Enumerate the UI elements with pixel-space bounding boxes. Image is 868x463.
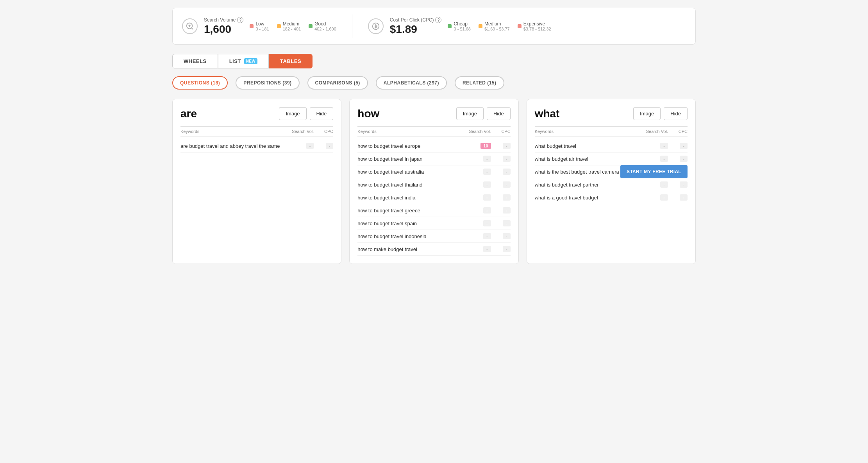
legend-low-dot: [250, 24, 254, 28]
search-volume-legend: Low 0 - 181 Medium 182 - 401 Good 402: [250, 21, 336, 31]
keyword-row-what-2: what is the best budget travel camera - …: [535, 165, 688, 178]
cards-grid: are Image Hide Keywords Search Vol. CPC …: [172, 99, 696, 264]
card-how: how Image Hide Keywords Search Vol. CPC …: [349, 99, 518, 264]
legend-expensive: Expensive $3.78 - $12.32: [518, 21, 551, 31]
keyword-text-are-0: are budget travel and abbey travel the s…: [180, 143, 282, 149]
legend-medium-cpc-label: Medium: [484, 21, 510, 27]
keyword-vol-what-4: -: [637, 194, 668, 201]
filter-alphabeticals[interactable]: ALPHABETICALS (297): [376, 76, 447, 90]
keyword-row-are-0: are budget travel and abbey travel the s…: [180, 140, 333, 153]
cpc-block: Cost Per Click (CPC) ? $1.89 Cheap 0 - $…: [368, 17, 551, 36]
start-trial-button[interactable]: START MY FREE TRIAL: [620, 165, 688, 178]
cpc-value: $1.89: [390, 23, 442, 36]
tab-tables[interactable]: TABLES: [269, 54, 313, 68]
keyword-vol-how-4: -: [460, 194, 491, 201]
keyword-vol-how-0: 10: [460, 143, 491, 149]
keyword-cpc-how-5: -: [491, 207, 511, 214]
keyword-vol-what-3: -: [637, 181, 668, 188]
card-how-hide-btn[interactable]: Hide: [487, 107, 511, 120]
keyword-text-how-5: how to budget travel greece: [357, 208, 459, 214]
legend-good-sv-dot: [309, 24, 313, 28]
card-what-actions: Image Hide: [633, 107, 688, 120]
cpc-icon: [368, 18, 384, 34]
card-what-table-header: Keywords Search Vol. CPC: [535, 126, 688, 136]
keyword-cpc-what-1: -: [668, 156, 688, 162]
search-volume-help-icon[interactable]: ?: [237, 17, 243, 23]
col-header-keywords-how: Keywords: [357, 129, 459, 134]
col-header-cpc-are: CPC: [314, 129, 333, 134]
cpc-label-text: Cost Per Click (CPC): [390, 17, 434, 23]
tab-wheels[interactable]: WHEELS: [172, 54, 218, 68]
keyword-row-how-3: how to budget travel thailand - -: [357, 178, 510, 191]
keyword-text-what-0: what budget travel: [535, 143, 637, 149]
legend-medium-cpc-range: $1.69 - $3.77: [484, 27, 510, 31]
keyword-text-how-8: how to make budget travel: [357, 246, 459, 252]
keyword-cpc-how-0: -: [491, 143, 511, 149]
keyword-text-how-4: how to budget travel india: [357, 195, 459, 201]
keyword-vol-are-0: -: [282, 143, 314, 149]
legend-cheap: Cheap 0 - $1.68: [448, 21, 470, 31]
stats-bar: Search Volume ? 1,600 Low 0 - 181 Medium: [172, 8, 696, 45]
keyword-cpc-how-8: -: [491, 246, 511, 252]
keyword-cpc-how-6: -: [491, 220, 511, 226]
keyword-text-how-6: how to budget travel spain: [357, 221, 459, 226]
keyword-cpc-what-0: -: [668, 143, 688, 149]
legend-expensive-dot: [518, 24, 522, 28]
card-are-hide-btn[interactable]: Hide: [310, 107, 334, 120]
filter-comparisons[interactable]: COMPARISONS (5): [307, 76, 368, 90]
keyword-row-how-2: how to budget travel australia - -: [357, 165, 510, 178]
col-header-keywords-what: Keywords: [535, 129, 637, 134]
cpc-help-icon[interactable]: ?: [435, 17, 441, 23]
legend-medium-sv: Medium 182 - 401: [277, 21, 301, 31]
filter-related[interactable]: RELATED (15): [455, 76, 504, 90]
legend-medium-sv-range: 182 - 401: [283, 27, 301, 31]
col-header-vol-what: Search Vol.: [637, 129, 668, 134]
keyword-vol-how-1: -: [460, 156, 491, 162]
keyword-row-how-6: how to budget travel spain - -: [357, 217, 510, 230]
keyword-row-how-5: how to budget travel greece - -: [357, 204, 510, 217]
keyword-cpc-how-3: -: [491, 181, 511, 188]
col-header-cpc-how: CPC: [491, 129, 511, 134]
keyword-vol-what-0: -: [637, 143, 668, 149]
tab-list-label: LIST: [229, 58, 241, 64]
cpc-label: Cost Per Click (CPC) ?: [390, 17, 442, 23]
cpc-legend: Cheap 0 - $1.68 Medium $1.69 - $3.77 Exp…: [448, 21, 551, 31]
legend-cheap-dot: [448, 24, 452, 28]
keyword-row-how-0: how to budget travel europe 10 -: [357, 140, 510, 153]
search-volume-icon: [182, 18, 198, 34]
search-volume-label: Search Volume ?: [204, 17, 243, 23]
keyword-row-how-1: how to budget travel in japan - -: [357, 153, 510, 165]
keyword-vol-how-6: -: [460, 220, 491, 226]
card-how-table-header: Keywords Search Vol. CPC: [357, 126, 510, 136]
card-are: are Image Hide Keywords Search Vol. CPC …: [172, 99, 341, 264]
stats-divider: [352, 14, 352, 38]
card-are-header: are Image Hide: [180, 107, 333, 120]
filter-questions[interactable]: QUESTIONS (18): [172, 76, 228, 90]
card-what-image-btn[interactable]: Image: [633, 107, 661, 120]
card-what-hide-btn[interactable]: Hide: [664, 107, 688, 120]
keyword-cpc-how-1: -: [491, 156, 511, 162]
card-are-actions: Image Hide: [279, 107, 333, 120]
keyword-row-what-0: what budget travel - -: [535, 140, 688, 153]
card-how-image-btn[interactable]: Image: [456, 107, 484, 120]
tab-list-badge: NEW: [244, 58, 257, 64]
col-header-keywords-are: Keywords: [180, 129, 282, 134]
legend-medium-cpc-dot: [479, 24, 482, 28]
card-what-word: what: [535, 108, 560, 120]
card-are-image-btn[interactable]: Image: [279, 107, 306, 120]
card-what: what Image Hide Keywords Search Vol. CPC…: [527, 99, 696, 264]
keyword-row-what-4: what is a good travel budget - -: [535, 191, 688, 204]
legend-expensive-range: $3.78 - $12.32: [523, 27, 551, 31]
legend-good-sv-range: 402 - 1,600: [314, 27, 336, 31]
tab-list[interactable]: LIST NEW: [218, 54, 269, 68]
col-header-cpc-what: CPC: [668, 129, 688, 134]
keyword-row-what-3: what is budget travel partner - -: [535, 178, 688, 191]
card-how-header: how Image Hide: [357, 107, 510, 120]
main-tabs: WHEELS LIST NEW TABLES: [172, 54, 696, 68]
keyword-row-how-4: how to budget travel india - -: [357, 191, 510, 204]
filter-prepositions[interactable]: PREPOSITIONS (39): [236, 76, 299, 90]
search-volume-label-text: Search Volume: [204, 17, 236, 23]
legend-medium-sv-dot: [277, 24, 281, 28]
keyword-text-how-1: how to budget travel in japan: [357, 156, 459, 162]
legend-good-sv: Good 402 - 1,600: [309, 21, 336, 31]
